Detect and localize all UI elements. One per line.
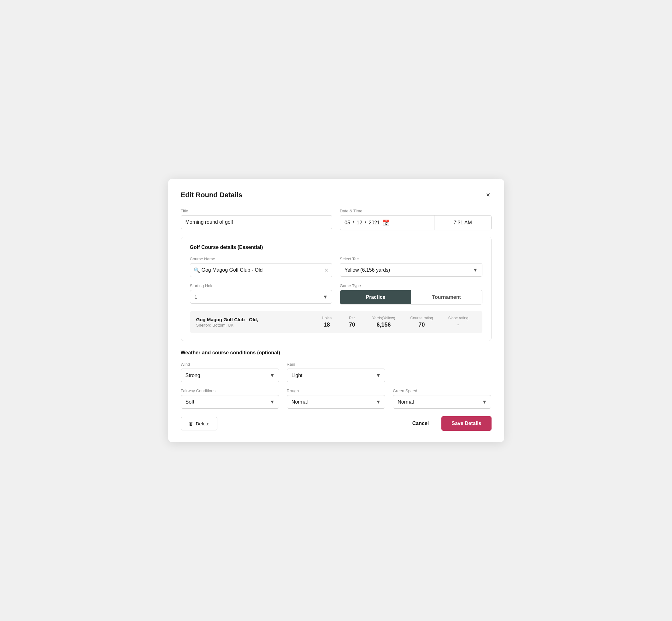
date-part[interactable]: 05 / 12 / 2021 📅 — [340, 215, 434, 230]
datetime-group: Date & Time 05 / 12 / 2021 📅 7:31 AM — [340, 209, 492, 230]
fairway-select-wrap: SoftNormalFirmHard ▼ — [181, 395, 279, 409]
date-month: 05 — [344, 220, 350, 225]
hole-gametype-row: Starting Hole 123 456 789 10 ▼ Game Type… — [190, 283, 482, 304]
fairway-rough-green-row: Fairway Conditions SoftNormalFirmHard ▼ … — [181, 388, 492, 409]
date-sep1: / — [353, 220, 354, 225]
course-name-input[interactable] — [190, 263, 333, 277]
save-button[interactable]: Save Details — [442, 416, 491, 431]
holes-value: 18 — [324, 322, 330, 328]
time-part[interactable]: 7:31 AM — [434, 215, 491, 230]
cancel-button[interactable]: Cancel — [407, 417, 434, 430]
edit-round-modal: Edit Round Details × Title Date & Time 0… — [168, 179, 504, 442]
time-value: 7:31 AM — [453, 220, 472, 225]
course-rating-label: Course rating — [410, 316, 433, 320]
fairway-dropdown[interactable]: SoftNormalFirmHard — [181, 395, 279, 409]
rain-group: Rain NoneLightModerateHeavy ▼ — [287, 362, 385, 382]
yards-stat: Yards(Yellow) 6,156 — [365, 316, 403, 328]
starting-hole-dropdown[interactable]: 123 456 789 10 — [190, 290, 333, 303]
slope-rating-stat: Slope rating - — [440, 316, 476, 328]
starting-hole-group: Starting Hole 123 456 789 10 ▼ — [190, 283, 333, 304]
select-tee-group: Select Tee Yellow (6,156 yards) White (6… — [340, 256, 482, 277]
course-info-row: Gog Magog Golf Club - Old, Shelford Bott… — [190, 311, 482, 333]
course-name-input-wrap: 🔍 ✕ — [190, 263, 333, 277]
wind-dropdown[interactable]: NoneLightModerateStrongVery Strong — [181, 369, 279, 382]
modal-header: Edit Round Details × — [181, 190, 492, 200]
green-speed-select-wrap: SlowNormalFastVery Fast ▼ — [393, 395, 491, 409]
game-type-group: Game Type Practice Tournament — [340, 283, 482, 304]
delete-label: Delete — [196, 421, 209, 426]
par-stat: Par 70 — [339, 316, 365, 328]
trash-icon: 🗑 — [189, 421, 194, 426]
wind-label: Wind — [181, 362, 279, 367]
weather-section-title: Weather and course conditions (optional) — [181, 350, 492, 356]
course-name-label: Course Name — [190, 256, 333, 261]
rain-select-wrap: NoneLightModerateHeavy ▼ — [287, 369, 385, 382]
title-datetime-row: Title Date & Time 05 / 12 / 2021 📅 7:31 … — [181, 209, 492, 230]
par-value: 70 — [349, 322, 355, 328]
yards-label: Yards(Yellow) — [372, 316, 395, 320]
footer-row: 🗑 Delete Cancel Save Details — [181, 416, 492, 431]
green-speed-dropdown[interactable]: SlowNormalFastVery Fast — [393, 395, 491, 409]
search-icon: 🔍 — [194, 267, 200, 273]
select-tee-dropdown[interactable]: Yellow (6,156 yards) White (6,500 yards)… — [340, 263, 482, 277]
course-tee-row: Course Name 🔍 ✕ Select Tee Yellow (6,156… — [190, 256, 482, 277]
wind-rain-row: Wind NoneLightModerateStrongVery Strong … — [181, 362, 492, 382]
course-rating-value: 70 — [418, 322, 425, 328]
rough-dropdown[interactable]: ShortNormalLongVery Long — [287, 395, 385, 409]
rough-label: Rough — [287, 388, 385, 393]
yards-value: 6,156 — [377, 322, 391, 328]
title-group: Title — [181, 209, 333, 230]
title-input[interactable] — [181, 215, 333, 229]
delete-button[interactable]: 🗑 Delete — [181, 417, 217, 430]
date-year: 2021 — [369, 220, 380, 225]
course-name-group: Course Name 🔍 ✕ — [190, 256, 333, 277]
fairway-label: Fairway Conditions — [181, 388, 279, 393]
game-type-toggle: Practice Tournament — [340, 290, 482, 304]
wind-select-wrap: NoneLightModerateStrongVery Strong ▼ — [181, 369, 279, 382]
select-tee-label: Select Tee — [340, 256, 482, 261]
datetime-label: Date & Time — [340, 209, 492, 213]
holes-label: Holes — [322, 316, 332, 320]
rough-select-wrap: ShortNormalLongVery Long ▼ — [287, 395, 385, 409]
course-full-name: Gog Magog Golf Club - Old, — [196, 317, 314, 322]
rain-label: Rain — [287, 362, 385, 367]
slope-rating-label: Slope rating — [448, 316, 468, 320]
calendar-icon: 📅 — [382, 219, 389, 226]
date-day: 12 — [356, 220, 362, 225]
date-sep2: / — [365, 220, 366, 225]
fairway-group: Fairway Conditions SoftNormalFirmHard ▼ — [181, 388, 279, 409]
practice-button[interactable]: Practice — [340, 290, 411, 304]
date-time-field: 05 / 12 / 2021 📅 7:31 AM — [340, 215, 492, 230]
course-rating-stat: Course rating 70 — [403, 316, 440, 328]
holes-stat: Holes 18 — [314, 316, 339, 328]
rain-dropdown[interactable]: NoneLightModerateHeavy — [287, 369, 385, 382]
rough-group: Rough ShortNormalLongVery Long ▼ — [287, 388, 385, 409]
close-button[interactable]: × — [485, 190, 492, 200]
tournament-button[interactable]: Tournament — [411, 290, 482, 304]
golf-course-title: Golf Course details (Essential) — [190, 245, 482, 250]
game-type-label: Game Type — [340, 283, 482, 288]
modal-title: Edit Round Details — [181, 191, 243, 199]
starting-hole-wrap: 123 456 789 10 ▼ — [190, 290, 333, 303]
weather-section: Weather and course conditions (optional)… — [181, 350, 492, 409]
green-speed-group: Green Speed SlowNormalFastVery Fast ▼ — [393, 388, 491, 409]
par-label: Par — [349, 316, 355, 320]
course-info-name: Gog Magog Golf Club - Old, Shelford Bott… — [196, 317, 314, 328]
slope-rating-value: - — [457, 322, 459, 328]
golf-course-section: Golf Course details (Essential) Course N… — [181, 237, 492, 341]
wind-group: Wind NoneLightModerateStrongVery Strong … — [181, 362, 279, 382]
green-speed-label: Green Speed — [393, 388, 491, 393]
course-location: Shelford Bottom, UK — [196, 323, 314, 328]
select-tee-wrap: Yellow (6,156 yards) White (6,500 yards)… — [340, 263, 482, 277]
clear-course-icon[interactable]: ✕ — [324, 267, 328, 273]
title-label: Title — [181, 209, 333, 213]
footer-right: Cancel Save Details — [407, 416, 492, 431]
starting-hole-label: Starting Hole — [190, 283, 333, 288]
